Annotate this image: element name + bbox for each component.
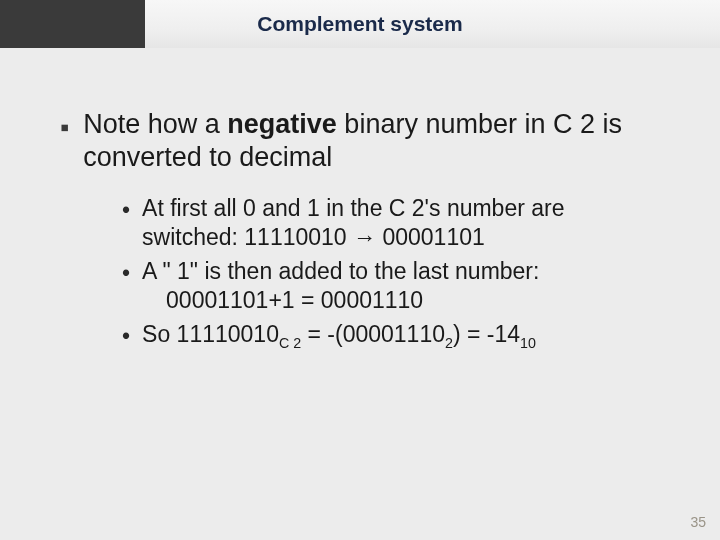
bullet-dot-icon: • bbox=[122, 259, 130, 288]
sub-line2: 00001101+1 = 00001110 bbox=[142, 287, 423, 313]
page-number: 35 bbox=[690, 514, 706, 530]
sub-line1: A " 1" is then added to the last number: bbox=[142, 258, 539, 284]
sub-item-body: At first all 0 and 1 in the C 2's number… bbox=[142, 194, 672, 253]
subscript: C 2 bbox=[279, 334, 301, 350]
bullet-dot-icon: • bbox=[122, 196, 130, 225]
main-bullet-text: Note how a negative binary number in C 2… bbox=[83, 108, 672, 174]
subscript: 10 bbox=[520, 334, 536, 350]
title-accent-block bbox=[0, 0, 145, 48]
slide-content: ▪ Note how a negative binary number in C… bbox=[0, 48, 720, 351]
sub-item-body: So 11110010C 2 = -(000011102) = -1410 bbox=[142, 320, 672, 349]
bullet-marker-icon: ▪ bbox=[60, 112, 69, 143]
t: ) = -14 bbox=[453, 321, 520, 347]
t: So 11110010 bbox=[142, 321, 279, 347]
t: = -(00001110 bbox=[301, 321, 445, 347]
text-pre: Note how a bbox=[83, 109, 227, 139]
subscript: 2 bbox=[445, 334, 453, 350]
sub-item: • So 11110010C 2 = -(000011102) = -1410 bbox=[122, 320, 672, 351]
sub-item: • At first all 0 and 1 in the C 2's numb… bbox=[122, 194, 672, 253]
sub-item-body: A " 1" is then added to the last number:… bbox=[142, 257, 672, 316]
title-bar: Complement system bbox=[0, 0, 720, 48]
bullet-dot-icon: • bbox=[122, 322, 130, 351]
main-bullet: ▪ Note how a negative binary number in C… bbox=[60, 108, 672, 174]
sub-list: • At first all 0 and 1 in the C 2's numb… bbox=[60, 194, 672, 351]
sub-item: • A " 1" is then added to the last numbe… bbox=[122, 257, 672, 316]
sub-line2: switched: 11110010 → 00001101 bbox=[142, 224, 485, 250]
text-bold: negative bbox=[227, 109, 337, 139]
slide-title: Complement system bbox=[257, 12, 462, 36]
sub-line1: At first all 0 and 1 in the C 2's number… bbox=[142, 195, 564, 221]
